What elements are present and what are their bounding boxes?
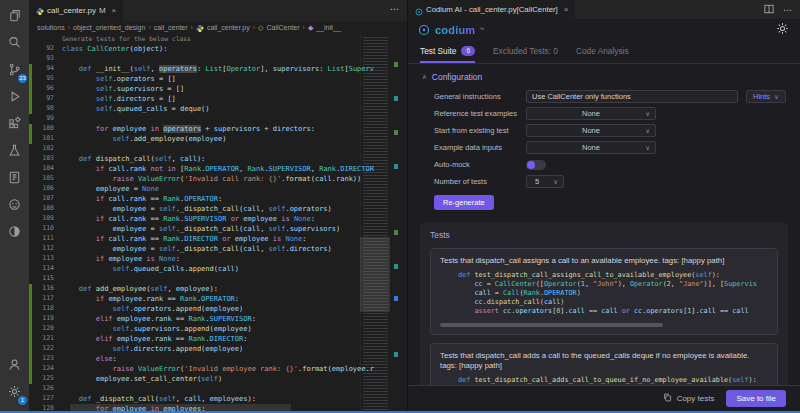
code-line: 124 raise ValueError('Invalid employee r… — [29, 364, 407, 374]
general-instructions-input[interactable] — [526, 90, 738, 103]
line-number: 93 — [32, 54, 62, 64]
search-icon — [7, 35, 22, 54]
activity-item-settings[interactable]: 1 — [0, 380, 29, 407]
config-row-reference-test-examples: Reference test examplesNone∨ — [420, 105, 788, 122]
modified-indicator: M — [99, 6, 106, 15]
minimap[interactable] — [360, 34, 390, 413]
activity-item-extensions[interactable] — [0, 112, 29, 139]
configuration-section-header[interactable]: ∧ Configuration — [422, 72, 788, 82]
line-number: 109 — [32, 214, 62, 224]
code-line: 106 employee = None — [29, 184, 407, 194]
breadcrumb-separator: › — [253, 24, 255, 31]
reference-test-examples-select[interactable]: None∨ — [526, 107, 656, 120]
overview-ruler — [390, 34, 407, 413]
panel-tab-excluded-tests-0[interactable]: Excluded Tests: 0 — [493, 41, 558, 63]
activity-item-codium-ai[interactable] — [0, 193, 29, 220]
auto-mock-toggle[interactable] — [526, 160, 546, 170]
breadcrumb: solutions›object_oriented_design›call_ce… — [29, 21, 407, 34]
split-editor-icon[interactable] — [763, 1, 775, 19]
code-line: 92class CallCenter(object): — [29, 44, 407, 54]
copy-tests-label: Copy tests — [677, 394, 715, 403]
breadcrumb-item-call-center-py[interactable]: call_center.py — [207, 24, 250, 31]
code-text: employee = self._dispatch_call(call, sel… — [62, 244, 407, 254]
code-text: def __init__(self, operators: List[Opera… — [62, 64, 407, 74]
toggle-knob — [527, 161, 535, 169]
close-icon[interactable]: × — [112, 6, 117, 15]
horizontal-scrollbar[interactable] — [440, 323, 663, 327]
regenerate-button[interactable]: Re-generate — [434, 195, 494, 210]
tests-title: Tests — [430, 230, 778, 240]
test-card: Tests that dispatch_call assigns a call … — [430, 248, 778, 335]
code-line: 118 self.operators.append(employee) — [29, 304, 407, 314]
close-icon[interactable]: × — [564, 5, 569, 14]
breadcrumb-item-call-center[interactable]: call_center — [154, 24, 188, 31]
code-text: def dispatch_call(self, call): — [62, 154, 407, 164]
tab-label: call_center.py — [47, 6, 96, 15]
copy-tests-button[interactable]: Copy tests — [662, 392, 715, 405]
line-number: 94 — [32, 64, 62, 74]
chevron-down-icon: ∨ — [645, 127, 650, 135]
code-line: 96 self.supervisors = [] — [29, 84, 407, 94]
line-number: 103 — [32, 154, 62, 164]
symbol-class-icon: ◇ — [258, 24, 263, 32]
save-to-file-button[interactable]: Save to file — [726, 390, 786, 407]
code-text: raise ValueError('Invalid call rank: {}'… — [62, 174, 407, 184]
line-number — [32, 34, 62, 44]
breadcrumb-item-callcenter[interactable]: CallCenter — [266, 24, 299, 31]
codium-logo: codium ™ — [418, 24, 484, 37]
activity-item-explorer[interactable] — [0, 4, 29, 31]
line-number: 115 — [32, 274, 62, 284]
select-value: None — [582, 143, 600, 152]
code-text: raise ValueError('Invalid employee rank:… — [62, 364, 407, 374]
code-text: elif employee.rank == Rank.SUPERVISOR: — [62, 314, 407, 324]
breadcrumb-item-object-oriented-design[interactable]: object_oriented_design — [73, 24, 145, 31]
line-number: 104 — [32, 164, 62, 174]
test-description: Tests that dispatch_call adds a call to … — [440, 351, 768, 371]
activity-item-search[interactable] — [0, 31, 29, 58]
chevron-down-icon: ∨ — [774, 93, 779, 101]
config-label: Auto-mock — [420, 160, 526, 169]
code-text: if call.rank not in [Rank.OPERATOR, Rank… — [62, 164, 407, 174]
line-number: 113 — [32, 254, 62, 264]
breadcrumb-item-solutions[interactable]: solutions — [37, 24, 65, 31]
code-line: 93 — [29, 54, 407, 64]
config-label: General instructions — [420, 92, 526, 101]
test-code: def test_dispatch_call_assigns_call_to_a… — [458, 271, 768, 316]
more-actions-icon[interactable]: ⋯ — [382, 0, 407, 21]
activity-item-testing[interactable] — [0, 139, 29, 166]
code-line: 103 def dispatch_call(self, call): — [29, 154, 407, 164]
line-number: 110 — [32, 224, 62, 234]
activity-item-source-control[interactable]: 23 — [0, 58, 29, 85]
activity-item-run-debug[interactable] — [0, 85, 29, 112]
codium-logo-icon — [418, 24, 431, 37]
python-icon — [196, 24, 204, 32]
settings-gear-icon[interactable] — [775, 21, 790, 40]
config-label: Start from existing test — [420, 126, 526, 135]
start-from-existing-test-select[interactable]: None∨ — [526, 124, 656, 137]
activity-item-accounts[interactable] — [0, 353, 29, 380]
minimap-slider[interactable] — [360, 237, 390, 312]
number-of-tests-select[interactable]: 5∨ — [526, 175, 564, 188]
activity-item-notebook[interactable] — [0, 166, 29, 193]
activity-item-theme[interactable] — [0, 220, 29, 247]
panel-tab-bar: Codium AI - call_center.py[CallCenter] ×… — [408, 0, 800, 19]
example-data-inputs-select[interactable]: None∨ — [526, 141, 656, 154]
line-number: 100 — [32, 124, 62, 134]
panel-footer: Copy tests Save to file — [408, 385, 800, 411]
panel-tab-code-analysis[interactable]: Code Analysis — [576, 41, 629, 63]
tab-call-center-py[interactable]: call_center.py M × — [29, 0, 123, 21]
line-number: 111 — [32, 234, 62, 244]
configuration-title: Configuration — [432, 72, 483, 82]
config-label: Number of tests — [420, 177, 526, 186]
panel-tab-test-suite[interactable]: Test Suite6 — [420, 41, 475, 63]
code-text: self.add_employee(employee) — [62, 134, 407, 144]
more-actions-icon[interactable]: ⋯ — [783, 5, 792, 15]
code-editor[interactable]: Generate tests for the below class92clas… — [29, 34, 407, 413]
breadcrumb-item-init[interactable]: __init__ — [316, 24, 341, 31]
line-number: 124 — [32, 364, 62, 374]
code-line: 102 — [29, 144, 407, 154]
tab-codium-ai[interactable]: Codium AI - call_center.py[CallCenter] × — [408, 0, 575, 19]
hints-button[interactable]: Hints∨ — [746, 90, 786, 103]
panel-tab-label: Codium AI - call_center.py[CallCenter] — [426, 5, 558, 14]
activity-badge: 1 — [18, 396, 27, 405]
